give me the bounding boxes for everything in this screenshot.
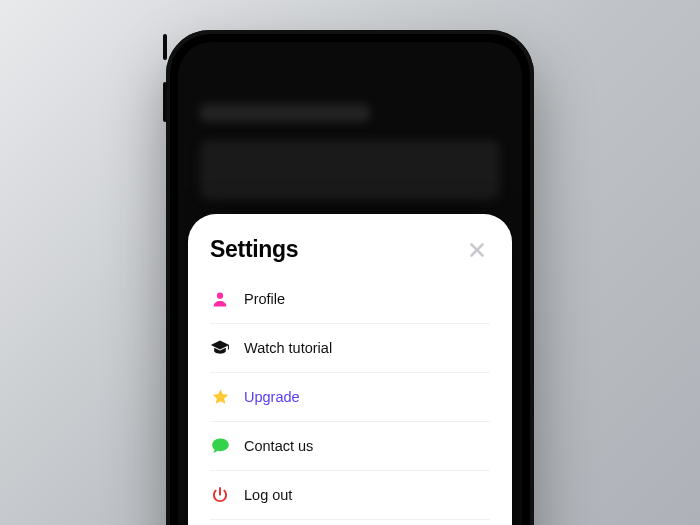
settings-item-label: Log out: [244, 487, 292, 503]
phone-frame: Settings Profile: [166, 30, 534, 525]
svg-rect-1: [228, 345, 229, 350]
mockup-stage: Settings Profile: [0, 0, 700, 525]
settings-item-upgrade[interactable]: Upgrade: [210, 373, 490, 422]
settings-sheet: Settings Profile: [188, 214, 512, 525]
close-button[interactable]: [464, 237, 490, 263]
settings-item-profile[interactable]: Profile: [210, 275, 490, 324]
chat-bubble-icon: [210, 436, 230, 456]
close-icon: [468, 241, 486, 259]
phone-screen: Settings Profile: [178, 42, 522, 525]
settings-item-contact[interactable]: Contact us: [210, 422, 490, 471]
power-icon: [210, 485, 230, 505]
phone-side-button: [163, 34, 167, 60]
svg-point-0: [217, 292, 223, 298]
settings-item-label: Upgrade: [244, 389, 300, 405]
settings-item-label: Watch tutorial: [244, 340, 332, 356]
settings-item-tutorial[interactable]: Watch tutorial: [210, 324, 490, 373]
settings-item-label: Profile: [244, 291, 285, 307]
sheet-header: Settings: [210, 236, 490, 263]
graduation-cap-icon: [210, 338, 230, 358]
user-icon: [210, 289, 230, 309]
settings-item-logout[interactable]: Log out: [210, 471, 490, 520]
phone-side-button: [163, 82, 167, 122]
star-icon: [210, 387, 230, 407]
sheet-title: Settings: [210, 236, 298, 263]
settings-item-label: Contact us: [244, 438, 313, 454]
